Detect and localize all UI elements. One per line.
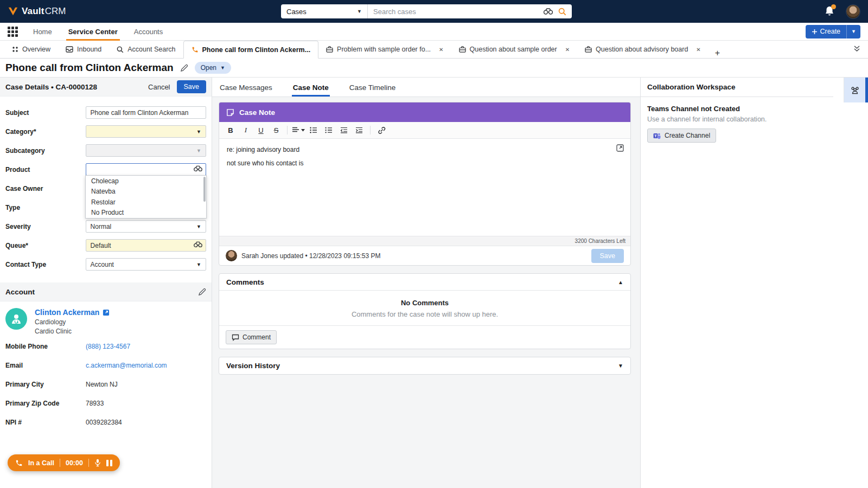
- tab-case-timeline[interactable]: Case Timeline: [348, 79, 397, 97]
- product-option-cholecap[interactable]: Cholecap: [86, 176, 206, 187]
- account-organization: Cardio Clinic: [35, 328, 110, 335]
- notification-dot: [831, 4, 836, 9]
- dropdown-scrollbar[interactable]: [203, 177, 206, 202]
- chevron-down-icon: ▼: [196, 129, 201, 134]
- search-icon[interactable]: [558, 8, 566, 16]
- call-status: In a Call: [28, 459, 54, 467]
- teams-channel-status: Teams Channel not Created: [647, 105, 861, 113]
- subject-label: Subject: [5, 109, 86, 117]
- create-dropdown-caret[interactable]: ▼: [847, 25, 860, 38]
- top-bar: VaultCRM Cases ▼: [0, 0, 868, 23]
- underline-button[interactable]: U: [254, 124, 268, 137]
- subcategory-select[interactable]: ▼: [86, 144, 206, 157]
- product-lookup-input[interactable]: [86, 163, 206, 176]
- cancel-button[interactable]: Cancel: [148, 83, 170, 91]
- no-comments-subtitle: Comments for the case note will show up …: [225, 310, 625, 318]
- subcategory-label: Subcategory: [5, 147, 86, 155]
- type-label: Type: [5, 204, 86, 211]
- mobile-phone-link[interactable]: (888) 123-4567: [86, 343, 130, 350]
- updater-avatar: [226, 250, 237, 261]
- binoculars-icon[interactable]: [194, 241, 202, 248]
- comments-header: Comments: [226, 278, 264, 286]
- tab-inbound[interactable]: Inbound: [58, 41, 109, 58]
- product-option-no-product[interactable]: No Product: [86, 208, 206, 219]
- chevron-down-icon: ▼: [196, 148, 201, 153]
- save-button[interactable]: Save: [177, 80, 207, 93]
- active-rail-indicator: [865, 78, 868, 102]
- collaboration-panel: Collaboration Workspace Teams Channel no…: [640, 78, 868, 488]
- case-workspace-panel: Case Messages Case Note Case Timeline Ca…: [212, 78, 640, 488]
- user-avatar[interactable]: [846, 4, 860, 19]
- tab-case-note[interactable]: Case Note: [292, 79, 330, 97]
- vaultcrm-logo: VaultCRM: [8, 6, 66, 17]
- subject-input[interactable]: Phone call form Clinton Ackerman: [86, 106, 206, 119]
- account-name-link[interactable]: Clinton Ackerman: [35, 308, 110, 317]
- italic-button[interactable]: I: [239, 124, 253, 137]
- product-option-natevba[interactable]: Natevba: [86, 187, 206, 197]
- queue-lookup-input[interactable]: Default: [86, 239, 206, 252]
- pause-icon[interactable]: [106, 460, 112, 466]
- bullet-list-button[interactable]: [307, 124, 321, 137]
- binoculars-icon[interactable]: [544, 8, 553, 15]
- in-call-widget[interactable]: In a Call 00:00: [8, 454, 120, 471]
- align-dropdown-button[interactable]: [291, 124, 305, 137]
- indent-button[interactable]: [352, 124, 366, 137]
- external-link-icon[interactable]: [103, 309, 110, 316]
- create-channel-button[interactable]: Create Channel: [647, 129, 716, 143]
- close-icon[interactable]: ✕: [565, 47, 570, 53]
- category-select[interactable]: ▼: [86, 125, 206, 138]
- nav-item-service-center[interactable]: Service Center: [68, 23, 118, 41]
- page-title-row: Phone call from Clinton Ackerman Open ▼: [0, 59, 868, 77]
- contact-type-select[interactable]: Account▼: [86, 258, 206, 271]
- edit-account-pencil-icon[interactable]: [198, 288, 206, 296]
- tab-case-problem-sample-order[interactable]: Problem with sample order fo... ✕: [318, 41, 451, 58]
- overview-grid-icon: [12, 46, 18, 53]
- richtext-toolbar: B I U S: [219, 122, 630, 139]
- comment-button[interactable]: Comment: [226, 330, 277, 344]
- nav-item-accounts[interactable]: Accounts: [134, 23, 163, 41]
- note-save-button[interactable]: Save: [591, 249, 624, 263]
- product-option-restolar[interactable]: Restolar: [86, 197, 206, 208]
- search-scope-select[interactable]: Cases ▼: [281, 4, 368, 18]
- expand-editor-icon[interactable]: [616, 144, 624, 152]
- tab-case-phone-call[interactable]: Phone call form Clinton Ackerm...: [183, 41, 319, 59]
- case-status-dropdown[interactable]: Open ▼: [195, 62, 231, 74]
- microphone-icon[interactable]: [94, 459, 101, 467]
- chevron-down-icon: ▼: [357, 9, 362, 14]
- tab-case-question-sample-order[interactable]: Question about sample order ✕: [451, 41, 578, 58]
- severity-select[interactable]: Normal▼: [86, 220, 206, 233]
- edit-title-pencil-icon[interactable]: [180, 64, 188, 72]
- tab-overview[interactable]: Overview: [4, 41, 58, 58]
- tab-account-search[interactable]: Account Search: [109, 41, 183, 58]
- email-link[interactable]: c.ackerman@memorial.com: [86, 362, 167, 369]
- bold-button[interactable]: B: [224, 124, 238, 137]
- collapse-comments-icon[interactable]: ▲: [618, 279, 623, 285]
- binoculars-icon[interactable]: [194, 165, 202, 172]
- app-launcher-icon[interactable]: [8, 27, 18, 37]
- case-note-header: Case Note: [239, 108, 275, 117]
- link-button[interactable]: [374, 124, 388, 137]
- collapse-tabs-icon[interactable]: [853, 45, 860, 53]
- close-icon[interactable]: ✕: [696, 47, 700, 53]
- outdent-button[interactable]: [337, 124, 351, 137]
- collaboration-people-icon[interactable]: [844, 78, 865, 102]
- tab-case-messages[interactable]: Case Messages: [219, 79, 273, 97]
- numbered-list-button[interactable]: [322, 124, 336, 137]
- nav-item-home[interactable]: Home: [33, 23, 52, 41]
- note-editor[interactable]: re: joining advisory board not sure who …: [219, 139, 630, 236]
- close-icon[interactable]: ✕: [439, 47, 443, 53]
- search-input[interactable]: [368, 8, 538, 16]
- updated-by: Sarah Jones updated: [241, 252, 303, 260]
- teams-channel-subtitle: Use a channel for internal collaboration…: [647, 115, 861, 123]
- strikethrough-button[interactable]: S: [269, 124, 283, 137]
- notifications-bell-icon[interactable]: [824, 5, 835, 17]
- search-icon: [117, 46, 124, 53]
- new-tab-button[interactable]: +: [709, 48, 726, 58]
- version-history-header: Version History: [226, 362, 280, 370]
- account-avatar: [5, 308, 27, 330]
- expand-version-history-icon[interactable]: ▼: [618, 363, 623, 369]
- create-button[interactable]: Create ▼: [806, 25, 860, 38]
- tab-case-question-advisory-board[interactable]: Question about advisory board ✕: [577, 41, 709, 58]
- account-specialty: Cardiology: [35, 318, 110, 326]
- page-title: Phone call from Clinton Ackerman: [5, 62, 174, 74]
